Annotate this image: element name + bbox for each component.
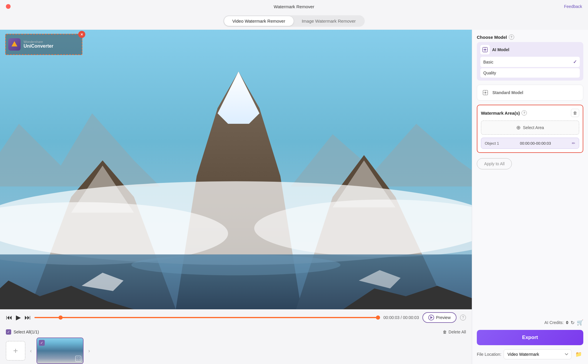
preview-help-icon[interactable]: ? — [460, 315, 466, 320]
progress-track — [34, 317, 380, 318]
export-button[interactable]: Export — [477, 330, 583, 345]
preview-button[interactable]: Preview — [422, 312, 457, 323]
video-container: × Wondershare UniConverter — [0, 30, 472, 309]
tab-video-watermark-remover[interactable]: Video Watermark Remover — [224, 16, 294, 26]
right-panel: Choose Model ? — [472, 30, 588, 364]
object-time: 00:00:00-00:00:03 — [520, 141, 551, 146]
basic-model-option[interactable]: Basic ✓ — [480, 57, 580, 67]
play-button[interactable]: ▶ — [16, 314, 21, 321]
watermark-area-trash-button[interactable]: 🗑 — [571, 109, 579, 117]
trash-icon: 🗑 — [443, 330, 447, 334]
tab-bar: Video Watermark Remover Image Watermark … — [0, 13, 588, 30]
progress-thumb-end[interactable] — [376, 315, 380, 320]
app-title: Watermark Remover — [274, 4, 314, 9]
file-list-area: Select All(1/1) 🗑 Delete All + ‹ ✓ ⛶ › — [0, 326, 472, 364]
progress-filled — [34, 317, 380, 318]
standard-model-icon-svg — [482, 90, 488, 96]
choose-model-header: Choose Model ? — [477, 34, 583, 40]
feedback-link[interactable]: Feedback — [564, 4, 582, 9]
tab-image-watermark-remover[interactable]: Image Watermark Remover — [294, 16, 364, 26]
watermark-area-title: Watermark Area(s) ? — [481, 110, 527, 116]
preview-play-triangle — [430, 316, 433, 319]
ai-model-icon-svg — [482, 47, 488, 53]
logo-triangle — [11, 41, 17, 46]
file-location-row: File Location: Video Watermark Same as s… — [477, 349, 583, 359]
controls-bar: ⏮ ▶ ⏭ 00:00:03 / 00:00:03 Preview ? — [0, 309, 472, 326]
standard-model-icon — [481, 88, 490, 97]
select-area-button[interactable]: ⊕ Select Area — [481, 121, 579, 135]
svg-point-25 — [484, 92, 486, 93]
main-content: × Wondershare UniConverter ⏮ ▶ ⏭ — [0, 30, 588, 364]
ai-credits-row: AI Credits: 0 ↻ 🛒 — [477, 319, 583, 326]
tab-container: Video Watermark Remover Image Watermark … — [223, 15, 365, 27]
ai-model-title: AI Model — [492, 47, 509, 52]
standard-model-title: Standard Model — [492, 90, 523, 95]
select-all-checkbox[interactable] — [6, 329, 11, 335]
watermark-area-header: Watermark Area(s) ? 🗑 — [481, 109, 579, 117]
delete-all-button[interactable]: 🗑 Delete All — [443, 330, 466, 334]
watermark-area-help-icon[interactable]: ? — [522, 110, 527, 116]
add-file-button[interactable]: + — [6, 341, 25, 360]
video-background: × Wondershare UniConverter — [0, 30, 472, 309]
watermark-close-button[interactable]: × — [78, 31, 85, 38]
standard-model-card[interactable]: Standard Model — [477, 85, 583, 101]
svg-point-13 — [131, 254, 340, 275]
choose-model-section: Choose Model ? — [477, 34, 583, 81]
scroll-right-arrow[interactable]: › — [87, 348, 91, 354]
object-label: Object 1 — [485, 141, 499, 146]
ai-model-icon — [480, 45, 490, 54]
basic-checkmark: ✓ — [573, 59, 577, 65]
cart-icon[interactable]: 🛒 — [577, 319, 583, 326]
watermark-area-section: Watermark Area(s) ? 🗑 ⊕ Select Area Obje… — [477, 105, 583, 153]
select-area-icon: ⊕ — [516, 124, 521, 131]
folder-open-button[interactable]: 📁 — [574, 350, 583, 359]
apply-to-all-button[interactable]: Apply to All — [477, 158, 512, 169]
scroll-left-arrow[interactable]: ‹ — [29, 348, 33, 354]
thumbnail-checkbox: ✓ — [39, 340, 45, 346]
left-panel: × Wondershare UniConverter ⏮ ▶ ⏭ — [0, 30, 472, 364]
mountain-scene-svg — [0, 30, 472, 309]
object-item-1[interactable]: Object 1 00:00:00-00:00:03 ✏ — [481, 138, 579, 149]
title-bar: Watermark Remover Feedback — [0, 0, 588, 13]
file-location-label: File Location: — [477, 352, 501, 357]
file-location-select[interactable]: Video Watermark Same as source Custom fo… — [504, 349, 572, 359]
thumbnail-expand-icon[interactable]: ⛶ — [75, 356, 81, 362]
object-edit-icon[interactable]: ✏ — [572, 141, 575, 146]
watermark-brand: Wondershare — [24, 40, 53, 44]
watermark-product: UniConverter — [24, 44, 53, 49]
thumbnail-item[interactable]: ✓ ⛶ — [36, 338, 84, 364]
choose-model-help-icon[interactable]: ? — [509, 34, 514, 40]
skip-forward-button[interactable]: ⏭ — [24, 314, 31, 321]
select-all-group: Select All(1/1) — [6, 329, 39, 335]
ai-model-header: AI Model — [480, 45, 580, 54]
progress-thumb-start[interactable] — [59, 315, 63, 320]
ai-credits-value: 0 — [566, 320, 568, 325]
watermark-text: Wondershare UniConverter — [24, 40, 53, 49]
close-button[interactable] — [6, 4, 11, 9]
skip-back-button[interactable]: ⏮ — [6, 314, 12, 321]
quality-model-option[interactable]: Quality — [480, 68, 580, 78]
watermark-overlay-box[interactable]: × Wondershare UniConverter — [5, 34, 82, 55]
ai-credits-label: AI Credits: — [544, 320, 564, 325]
wondershare-logo — [8, 38, 21, 51]
svg-point-19 — [484, 49, 486, 51]
ai-model-card: AI Model Basic ✓ Quality — [477, 42, 583, 81]
file-thumbnails: + ‹ ✓ ⛶ › — [6, 338, 466, 364]
select-all-label: Select All(1/1) — [14, 330, 39, 334]
preview-play-circle — [428, 315, 434, 320]
file-list-header: Select All(1/1) 🗑 Delete All — [6, 329, 466, 335]
progress-bar-container[interactable] — [34, 314, 380, 321]
refresh-icon[interactable]: ↻ — [571, 320, 574, 325]
time-display: 00:00:03 / 00:00:03 — [384, 315, 419, 320]
